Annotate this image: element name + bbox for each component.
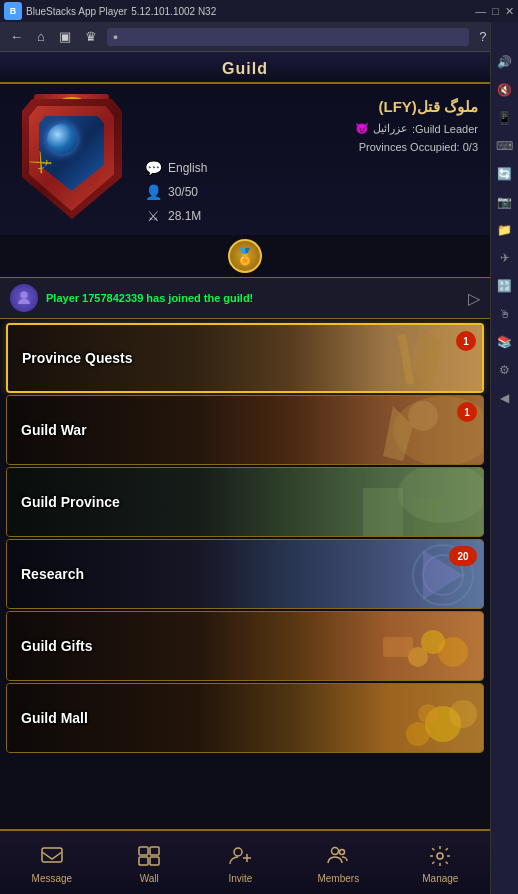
menu-list: Province Quests 1 Guild War 1 [0, 319, 490, 786]
menu-art-guild-gifts [303, 612, 483, 680]
home-button[interactable]: ⌂ [33, 27, 49, 46]
url-text: ● [113, 32, 118, 42]
guild-leader: Guild Leader: عزرائیل 😈 [144, 122, 478, 135]
menu-label-guild-mall: Guild Mall [7, 710, 88, 726]
game-area: Guild ⚔ ملوگ قتل(LFY) Guild Leader: عزرا… [0, 52, 490, 894]
svg-point-19 [449, 700, 477, 728]
right-sidebar: 🔊 🔇 📱 ⌨ 🔄 📷 📁 ✈ 🔡 🖱 📚 ⚙ ◀ [490, 0, 518, 894]
help-button[interactable]: ? [475, 27, 490, 46]
menu-item-guild-war[interactable]: Guild War 1 [6, 395, 484, 465]
close-button[interactable]: ✕ [505, 5, 514, 18]
tab-message-label: Message [32, 873, 73, 884]
back-sidebar-icon[interactable]: ◀ [495, 388, 515, 408]
provinces-label: Provinces Occupied: [359, 141, 460, 153]
tab-invite-label: Invite [228, 873, 252, 884]
svg-point-31 [437, 853, 443, 859]
menu-badge-research: 20 [449, 546, 477, 566]
url-bar: ● [107, 28, 469, 46]
svg-point-20 [418, 704, 438, 724]
app-name: BlueStacks App Player [26, 6, 127, 17]
tab-invite[interactable]: Invite [216, 836, 264, 890]
members-row: 👤 30/50 [144, 183, 478, 201]
window-button[interactable]: ▣ [55, 27, 75, 46]
minimize-button[interactable]: — [475, 5, 486, 17]
svg-rect-16 [383, 637, 413, 657]
camera-icon[interactable]: 📷 [495, 192, 515, 212]
svg-rect-23 [150, 847, 159, 855]
settings-icon[interactable]: ⚙ [495, 360, 515, 380]
guild-info: ⚔ ملوگ قتل(LFY) Guild Leader: عزرائیل 😈 … [0, 84, 490, 235]
crown-button[interactable]: ♛ [81, 27, 101, 46]
menu-label-research: Research [7, 566, 84, 582]
rotate-icon[interactable]: 🔄 [495, 164, 515, 184]
guild-provinces: Provinces Occupied: 0/3 [144, 141, 478, 153]
svg-point-18 [406, 722, 430, 746]
menu-label-guild-gifts: Guild Gifts [7, 638, 93, 654]
guild-header: Guild [0, 52, 490, 84]
menu-art-guild-war [303, 396, 483, 464]
notification-text: Player 1757842339 has joined the guild! [46, 292, 460, 304]
tab-wall-label: Wall [140, 873, 159, 884]
devil-icon: 😈 [355, 122, 369, 135]
menu-label-guild-war: Guild War [7, 422, 87, 438]
menu-item-research[interactable]: Research 20 [6, 539, 484, 609]
power-icon: ⚔ [144, 207, 162, 225]
wall-icon [135, 842, 163, 870]
back-button[interactable]: ← [6, 27, 27, 46]
svg-point-29 [332, 847, 339, 854]
svg-point-14 [438, 637, 468, 667]
svg-rect-24 [139, 857, 148, 865]
menu-label-province-quests: Province Quests [8, 350, 133, 366]
mute-icon[interactable]: 🔇 [495, 80, 515, 100]
svg-point-0 [20, 291, 28, 299]
svg-rect-7 [363, 488, 403, 537]
language-row: 💬 English [144, 159, 478, 177]
notif-avatar [10, 284, 38, 312]
layers-icon[interactable]: 📚 [495, 332, 515, 352]
menu-item-guild-mall[interactable]: Guild Mall [6, 683, 484, 753]
phone-icon[interactable]: 📱 [495, 108, 515, 128]
airplane-icon[interactable]: ✈ [495, 248, 515, 268]
leader-label: Guild Leader: [412, 123, 478, 135]
tab-wall[interactable]: Wall [125, 836, 173, 890]
svg-point-30 [340, 849, 345, 854]
menu-badge-province-quests: 1 [456, 331, 476, 351]
manage-icon [426, 842, 454, 870]
leader-name: عزرائیل [373, 122, 408, 135]
provinces-value: 0/3 [463, 141, 478, 153]
mouse-icon[interactable]: 🖱 [495, 304, 515, 324]
medal-container: 🏅 [0, 235, 490, 277]
tab-members[interactable]: Members [307, 836, 369, 890]
app-version: 5.12.101.1002 N32 [131, 6, 216, 17]
guild-power: 28.1M [168, 209, 201, 223]
menu-item-province-quests[interactable]: Province Quests 1 [6, 323, 484, 393]
menu-item-guild-gifts[interactable]: Guild Gifts [6, 611, 484, 681]
text-icon[interactable]: 🔡 [495, 276, 515, 296]
message-icon [38, 842, 66, 870]
os-bar-left: B BlueStacks App Player 5.12.101.1002 N3… [4, 2, 216, 20]
svg-rect-25 [150, 857, 159, 865]
maximize-button[interactable]: □ [492, 5, 499, 17]
volume-icon[interactable]: 🔊 [495, 52, 515, 72]
menu-label-guild-province: Guild Province [7, 494, 120, 510]
guild-emblem: ⚔ [12, 94, 132, 224]
svg-point-6 [408, 401, 438, 431]
members-tab-icon [324, 842, 352, 870]
keyboard-icon[interactable]: ⌨ [495, 136, 515, 156]
guild-title: Guild [222, 60, 268, 77]
bluestacks-logo: B [4, 2, 22, 20]
medal-icon: 🏅 [228, 239, 262, 273]
language-icon: 💬 [144, 159, 162, 177]
tab-manage[interactable]: Manage [412, 836, 468, 890]
guild-name: ملوگ قتل(LFY) [144, 98, 478, 116]
tab-members-label: Members [317, 873, 359, 884]
guild-details: ملوگ قتل(LFY) Guild Leader: عزرائیل 😈 Pr… [144, 94, 478, 225]
notif-arrow-icon[interactable]: ▷ [468, 289, 480, 308]
notification-bar: Player 1757842339 has joined the guild! … [0, 277, 490, 319]
tab-message[interactable]: Message [22, 836, 83, 890]
menu-item-guild-province[interactable]: Guild Province [6, 467, 484, 537]
nav-bar: ← ⌂ ▣ ♛ ● ? ≡ [0, 22, 518, 52]
svg-point-9 [398, 468, 483, 523]
folder-icon[interactable]: 📁 [495, 220, 515, 240]
bottom-tabs: Message Wall Inv [0, 829, 490, 894]
